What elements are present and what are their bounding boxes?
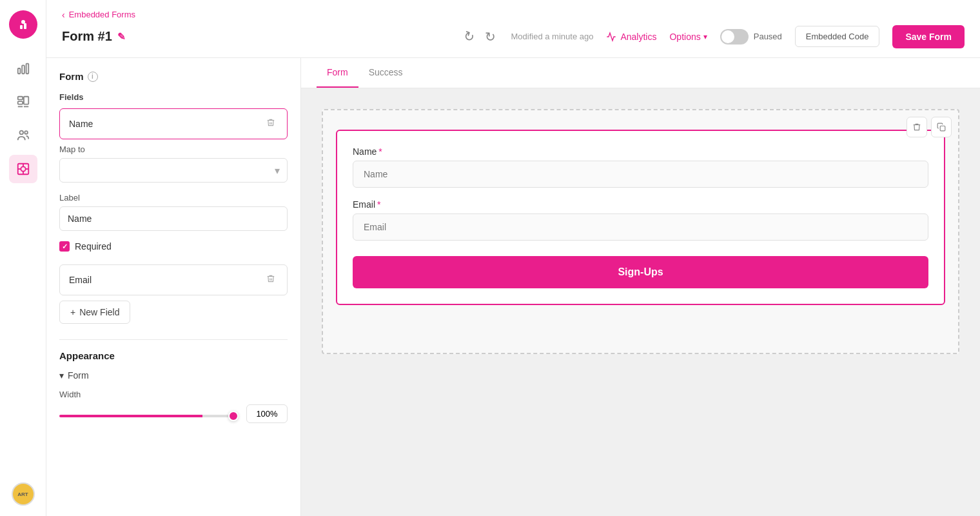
form-email-label: Email * bbox=[353, 199, 928, 210]
svg-rect-4 bbox=[22, 65, 24, 74]
svg-rect-2 bbox=[24, 23, 26, 29]
tab-success[interactable]: Success bbox=[358, 58, 413, 88]
edit-title-icon[interactable]: ✎ bbox=[117, 31, 126, 43]
form-field-email-group: Email * bbox=[353, 199, 928, 241]
save-form-button[interactable]: Save Form bbox=[892, 25, 965, 48]
divider bbox=[59, 339, 288, 340]
form-title: Form #1 ✎ bbox=[62, 29, 126, 44]
logo-icon bbox=[15, 17, 31, 32]
chevron-down-icon: ▾ bbox=[703, 32, 707, 41]
email-required-star: * bbox=[377, 199, 380, 210]
undo-redo-group: ↺ ↻ bbox=[461, 26, 498, 47]
canvas-delete-button[interactable] bbox=[906, 117, 927, 137]
info-icon[interactable]: i bbox=[88, 72, 98, 82]
form-submit-button[interactable]: Sign-Ups bbox=[353, 256, 928, 288]
segments-icon bbox=[16, 95, 30, 109]
form-field-name-group: Name * bbox=[353, 146, 928, 188]
sidebar-item-segments[interactable] bbox=[9, 88, 37, 116]
plus-icon: + bbox=[70, 307, 75, 317]
field-card-name[interactable]: Name bbox=[59, 108, 288, 139]
delete-email-field-button[interactable] bbox=[264, 273, 278, 287]
form-email-input[interactable] bbox=[353, 213, 928, 241]
breadcrumb-label: Embedded Forms bbox=[69, 10, 135, 19]
svg-rect-3 bbox=[17, 68, 20, 74]
new-field-label: New Field bbox=[79, 307, 119, 317]
trash-icon-email bbox=[266, 274, 275, 283]
toggle-label: Paused bbox=[754, 32, 782, 41]
map-to-label: Map to bbox=[59, 144, 288, 154]
tabs-bar: Form Success bbox=[301, 58, 980, 88]
new-field-button[interactable]: + New Field bbox=[59, 301, 130, 324]
canvas-copy-button[interactable] bbox=[931, 117, 952, 137]
required-checkbox[interactable] bbox=[59, 241, 70, 252]
width-label: Width bbox=[59, 390, 288, 399]
form-name-input[interactable] bbox=[353, 161, 928, 188]
name-required-star: * bbox=[378, 146, 382, 157]
top-header: ‹ Embedded Forms Form #1 ✎ ↺ ↻ Modified … bbox=[46, 0, 980, 58]
sidebar-item-analytics[interactable] bbox=[9, 54, 37, 83]
bar-chart-icon bbox=[16, 61, 30, 75]
label-label: Label bbox=[59, 193, 288, 203]
main-content: ‹ Embedded Forms Form #1 ✎ ↺ ↻ Modified … bbox=[46, 0, 980, 516]
svg-point-11 bbox=[19, 131, 23, 135]
field-card-name-label: Name bbox=[69, 119, 93, 129]
fields-label: Fields bbox=[59, 92, 288, 102]
body-area: Form i Fields Name Map to bbox=[46, 58, 980, 516]
chevron-down-icon-form: ▾ bbox=[59, 370, 64, 381]
label-input[interactable] bbox=[59, 206, 288, 231]
app-logo[interactable] bbox=[9, 10, 37, 39]
people-icon bbox=[16, 128, 30, 143]
width-input[interactable] bbox=[246, 404, 288, 423]
svg-rect-19 bbox=[940, 126, 945, 131]
analytics-button[interactable]: Analytics bbox=[606, 32, 656, 42]
sidebar-item-people[interactable] bbox=[9, 121, 37, 150]
paused-toggle-container: Paused bbox=[720, 29, 782, 45]
svg-rect-1 bbox=[20, 25, 23, 29]
label-property: Label bbox=[59, 193, 288, 231]
form-canvas: Name * Email * bbox=[322, 109, 959, 354]
required-row: Required bbox=[59, 241, 288, 252]
svg-rect-5 bbox=[26, 64, 28, 74]
left-nav: ART bbox=[0, 0, 46, 516]
form-section-toggle[interactable]: ▾ Form bbox=[59, 370, 288, 381]
canvas-area: Name * Email * bbox=[301, 88, 980, 516]
canvas-toolbar bbox=[906, 117, 952, 137]
panel-section-title: Form i bbox=[59, 71, 288, 82]
header-actions: ↺ ↻ Modified a minute ago Analytics Opti… bbox=[461, 25, 965, 48]
undo-button[interactable]: ↺ bbox=[458, 24, 480, 49]
user-avatar[interactable]: ART bbox=[12, 482, 35, 506]
back-arrow-icon: ‹ bbox=[62, 10, 65, 20]
required-label: Required bbox=[75, 241, 112, 252]
svg-rect-6 bbox=[17, 97, 22, 100]
svg-rect-8 bbox=[23, 97, 28, 104]
paused-toggle[interactable] bbox=[720, 29, 749, 45]
modified-text: Modified a minute ago bbox=[511, 32, 594, 41]
map-to-property: Map to bbox=[59, 144, 288, 183]
form-section-label: Form bbox=[68, 370, 89, 381]
tab-form[interactable]: Form bbox=[317, 58, 358, 88]
trash-icon bbox=[266, 118, 275, 127]
copy-canvas-icon bbox=[937, 123, 946, 132]
form-name-label: Name * bbox=[353, 146, 928, 157]
options-button[interactable]: Options ▾ bbox=[669, 32, 707, 42]
sidebar-item-forms[interactable] bbox=[9, 155, 37, 183]
width-control bbox=[59, 404, 288, 423]
sidebar-panel: Form i Fields Name Map to bbox=[46, 58, 301, 516]
embedded-code-button[interactable]: Embedded Code bbox=[795, 26, 880, 47]
map-to-select[interactable] bbox=[59, 158, 288, 183]
breadcrumb[interactable]: ‹ Embedded Forms bbox=[62, 10, 965, 20]
map-to-select-wrapper bbox=[59, 158, 288, 183]
field-card-email-label: Email bbox=[69, 275, 92, 285]
forms-icon bbox=[16, 162, 30, 176]
avatar-label: ART bbox=[17, 491, 28, 497]
field-card-email[interactable]: Email bbox=[59, 264, 288, 295]
preview-area: Form Success bbox=[301, 58, 980, 516]
redo-button[interactable]: ↻ bbox=[482, 26, 498, 47]
svg-point-14 bbox=[21, 166, 25, 171]
header-row: Form #1 ✎ ↺ ↻ Modified a minute ago Anal… bbox=[62, 25, 965, 48]
svg-point-12 bbox=[24, 131, 28, 134]
width-slider[interactable] bbox=[59, 415, 239, 417]
appearance-title: Appearance bbox=[59, 350, 288, 361]
trash-canvas-icon bbox=[912, 123, 921, 132]
delete-name-field-button[interactable] bbox=[264, 117, 278, 131]
